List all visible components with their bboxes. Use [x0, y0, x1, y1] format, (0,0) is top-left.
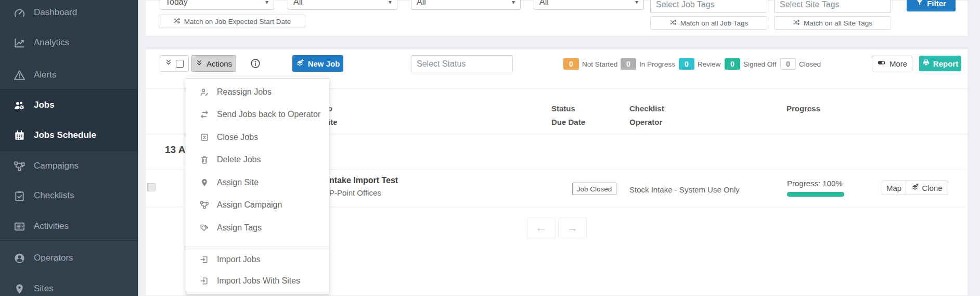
arrow-left-icon: ← — [536, 221, 547, 235]
report-button-label: Report — [933, 59, 958, 68]
sidebar-item-label: Operators — [34, 253, 73, 263]
sidebar: Dashboard Analytics Alerts Jobs Jobs Sch… — [0, 0, 138, 296]
menu-item-assign-site[interactable]: Assign Site — [186, 171, 329, 194]
newspaper-icon — [14, 221, 25, 233]
status-count-in-progress[interactable]: 0 In Progress — [621, 58, 675, 70]
menu-item-assign-campaign[interactable]: Assign Campaign — [186, 194, 329, 217]
caret-down-icon: ▾ — [512, 0, 515, 6]
progress-bar-fill — [787, 192, 844, 197]
sitemap-icon — [200, 200, 209, 210]
sidebar-item-sites[interactable]: Sites — [0, 276, 138, 296]
date-range-value: Today — [165, 0, 188, 7]
menu-item-import-jobs-with-sites[interactable]: Import Jobs With Sites — [186, 271, 329, 292]
column-header-due-date: Due Date — [551, 118, 585, 126]
double-chevron-down-icon — [165, 59, 172, 68]
info-icon[interactable] — [250, 58, 261, 69]
group-heading: 13 A — [165, 144, 185, 156]
sidebar-item-dashboard[interactable]: Dashboard — [0, 0, 138, 25]
pagination-prev-button[interactable]: ← — [527, 217, 556, 238]
pagination-next-button[interactable]: → — [558, 217, 587, 238]
row-progress-label: Progress: 100% — [787, 179, 843, 188]
filter-select-2-value: All — [417, 0, 426, 7]
row-checkbox[interactable] — [147, 183, 156, 191]
map-button-label: Map — [886, 184, 901, 192]
layers-plus-icon — [296, 59, 304, 69]
map-button[interactable]: Map — [882, 181, 906, 195]
menu-item-label: Close Jobs — [217, 133, 258, 142]
warning-triangle-icon — [14, 69, 25, 81]
select-all-jobs-button[interactable] — [160, 55, 189, 72]
select-status-input[interactable] — [411, 55, 513, 72]
printer-icon — [922, 59, 930, 68]
clone-button[interactable]: Clone — [906, 181, 948, 195]
gauge-icon — [14, 7, 25, 19]
shuffle-icon — [173, 17, 180, 26]
more-button-label: More — [889, 59, 907, 68]
checkbox-icon — [176, 60, 184, 68]
status-count-review[interactable]: 0 Review — [679, 58, 720, 70]
status-count-label: In Progress — [639, 60, 675, 68]
filter-select-1[interactable]: All ▾ — [288, 0, 397, 10]
sidebar-item-jobs-schedule[interactable]: Jobs Schedule — [0, 123, 138, 148]
status-count-not-started[interactable]: 0 Not Started — [563, 58, 617, 70]
row-site-name: P-Point Offices — [329, 188, 381, 197]
sidebar-item-checklists[interactable]: Checklists — [0, 183, 138, 208]
site-tags-input[interactable] — [774, 0, 891, 13]
match-job-date-label: Match on Job Expected Start Date — [184, 18, 291, 25]
sidebar-item-alerts[interactable]: Alerts — [0, 62, 138, 87]
caret-down-icon: ▾ — [389, 0, 392, 6]
row-status-badge: Job Closed — [572, 183, 616, 195]
menu-item-close-jobs[interactable]: Close Jobs — [186, 126, 329, 149]
menu-item-label: Delete Jobs — [217, 155, 261, 164]
match-all-job-tags-button[interactable]: Match on all Job Tags — [650, 16, 767, 30]
status-count-badge: 0 — [621, 58, 636, 70]
row-checklist-operator: Stock Intake - System Use Only — [629, 185, 740, 194]
more-button[interactable]: More — [872, 56, 912, 71]
job-tags-input[interactable] — [650, 0, 767, 13]
menu-item-delete-jobs[interactable]: Delete Jobs — [186, 149, 329, 172]
filter-button[interactable]: Filter — [907, 0, 956, 11]
sidebar-item-label: Activities — [34, 221, 69, 231]
sidebar-item-operators[interactable]: Operators — [0, 246, 138, 271]
match-job-expected-start-date-button[interactable]: Match on Job Expected Start Date — [159, 15, 305, 28]
sidebar-item-label: Campaigns — [34, 161, 79, 171]
match-all-site-tags-button[interactable]: Match on all Site Tags — [774, 16, 891, 30]
menu-item-send-jobs-back[interactable]: Send Jobs back to Operator — [186, 104, 329, 126]
filter-select-3[interactable]: All ▾ — [534, 0, 644, 10]
sidebar-item-activities[interactable]: Activities — [0, 214, 138, 239]
clone-button-label: Clone — [922, 184, 942, 192]
sidebar-item-campaigns[interactable]: Campaigns — [0, 153, 138, 178]
sidebar-item-label: Analytics — [34, 37, 69, 48]
report-button[interactable]: Report — [919, 56, 961, 71]
tags-icon — [200, 223, 209, 233]
sidebar-item-jobs[interactable]: Jobs — [0, 93, 138, 118]
date-range-select[interactable]: Today ▾ — [160, 0, 274, 10]
actions-button[interactable]: Actions — [191, 55, 236, 72]
funnel-icon — [916, 0, 923, 8]
match-all-job-tags-label: Match on all Job Tags — [680, 19, 748, 27]
map-pin-icon — [200, 178, 209, 187]
row-job-name[interactable]: ntake Import Test — [329, 176, 398, 185]
status-count-label: Signed Off — [743, 60, 777, 68]
sidebar-item-analytics[interactable]: Analytics — [0, 30, 138, 55]
sidebar-item-label: Jobs — [34, 100, 55, 110]
shuffle-icon — [669, 19, 677, 28]
actions-button-label: Actions — [207, 59, 232, 68]
status-count-label: Closed — [799, 60, 821, 68]
filter-button-label: Filter — [927, 0, 946, 8]
status-count-badge: 0 — [725, 58, 740, 70]
file-import-icon — [200, 276, 209, 286]
menu-item-import-jobs[interactable]: Import Jobs — [186, 249, 329, 271]
menu-item-assign-tags[interactable]: Assign Tags — [186, 216, 329, 239]
column-header-operator: Operator — [629, 118, 662, 126]
shuffle-icon — [793, 19, 800, 28]
map-pin-icon — [14, 283, 25, 295]
status-count-badge: 0 — [780, 58, 796, 70]
filter-select-1-value: All — [293, 0, 303, 7]
status-count-closed[interactable]: 0 Closed — [780, 58, 821, 70]
status-count-signed-off[interactable]: 0 Signed Off — [725, 58, 777, 70]
column-header-status: Status — [551, 104, 575, 113]
menu-item-reassign-jobs[interactable]: Reassign Jobs — [186, 81, 329, 104]
new-job-button[interactable]: New Job — [292, 55, 343, 72]
filter-select-2[interactable]: All ▾ — [411, 0, 521, 10]
